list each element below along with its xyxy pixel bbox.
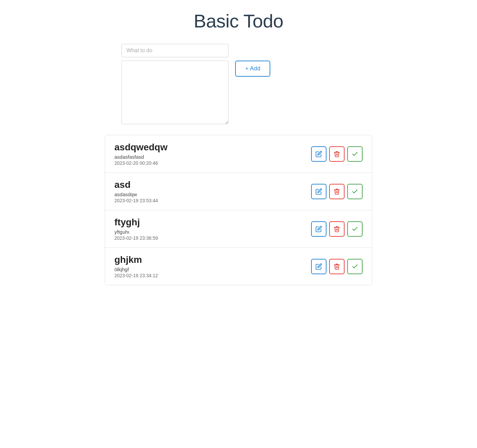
todo-content: ghjkm ölkjhgf 2023-02-19 23:34:12 bbox=[114, 254, 311, 278]
todo-description: asdasfasfasd bbox=[114, 154, 311, 160]
todo-description: ölkjhgf bbox=[114, 267, 311, 272]
bottom-row: + Add bbox=[121, 61, 270, 124]
check-icon bbox=[352, 151, 358, 157]
todo-actions bbox=[311, 221, 363, 237]
trash-icon bbox=[333, 226, 340, 232]
todo-date: 2023-02-19 23:36:59 bbox=[114, 235, 311, 241]
delete-button[interactable] bbox=[329, 221, 345, 237]
todo-title: ghjkm bbox=[114, 254, 311, 265]
trash-icon bbox=[333, 263, 340, 270]
pencil-icon bbox=[315, 226, 322, 232]
page-title: Basic Todo bbox=[95, 10, 382, 32]
pencil-icon bbox=[315, 263, 322, 270]
trash-icon bbox=[333, 151, 340, 157]
page-container: Basic Todo + Add asdqwedqw asdasfasfasd … bbox=[88, 0, 389, 295]
todo-content: asdqwedqw asdasfasfasd 2023-02-20 00:20:… bbox=[114, 142, 311, 166]
todo-title: ftyghj bbox=[114, 217, 311, 228]
todo-desc-textarea[interactable] bbox=[121, 61, 228, 124]
todo-title: asdqwedqw bbox=[114, 142, 311, 153]
trash-icon bbox=[333, 188, 340, 195]
todo-description: yftguhı bbox=[114, 229, 311, 235]
todo-actions bbox=[311, 146, 363, 162]
todo-title-input[interactable] bbox=[121, 44, 228, 57]
todo-description: asdasdqw bbox=[114, 192, 311, 197]
check-icon bbox=[352, 263, 358, 270]
todo-date: 2023-02-20 00:20:46 bbox=[114, 160, 311, 166]
complete-button[interactable] bbox=[347, 221, 363, 237]
edit-button[interactable] bbox=[311, 146, 326, 162]
todo-content: asd asdasdqw 2023-02-19 23:53:44 bbox=[114, 179, 311, 203]
todo-list: asdqwedqw asdasfasfasd 2023-02-20 00:20:… bbox=[105, 135, 372, 285]
todo-item: asdqwedqw asdasfasfasd 2023-02-20 00:20:… bbox=[105, 135, 372, 173]
todo-actions bbox=[311, 184, 363, 199]
todo-title: asd bbox=[114, 179, 311, 190]
todo-actions bbox=[311, 259, 363, 274]
todo-date: 2023-02-19 23:34:12 bbox=[114, 273, 311, 278]
todo-item: ftyghj yftguhı 2023-02-19 23:36:59 bbox=[105, 210, 372, 248]
add-button[interactable]: + Add bbox=[235, 61, 270, 77]
pencil-icon bbox=[315, 188, 322, 195]
todo-item: ghjkm ölkjhgf 2023-02-19 23:34:12 bbox=[105, 248, 372, 285]
edit-button[interactable] bbox=[311, 184, 326, 199]
delete-button[interactable] bbox=[329, 146, 345, 162]
input-section: + Add bbox=[95, 44, 382, 124]
edit-button[interactable] bbox=[311, 221, 326, 237]
complete-button[interactable] bbox=[347, 184, 363, 199]
todo-date: 2023-02-19 23:53:44 bbox=[114, 198, 311, 203]
todo-item: asd asdasdqw 2023-02-19 23:53:44 bbox=[105, 173, 372, 210]
check-icon bbox=[352, 226, 358, 232]
todo-content: ftyghj yftguhı 2023-02-19 23:36:59 bbox=[114, 217, 311, 241]
pencil-icon bbox=[315, 151, 322, 157]
edit-button[interactable] bbox=[311, 259, 326, 274]
delete-button[interactable] bbox=[329, 259, 345, 274]
complete-button[interactable] bbox=[347, 259, 363, 274]
check-icon bbox=[352, 188, 358, 195]
complete-button[interactable] bbox=[347, 146, 363, 162]
delete-button[interactable] bbox=[329, 184, 345, 199]
